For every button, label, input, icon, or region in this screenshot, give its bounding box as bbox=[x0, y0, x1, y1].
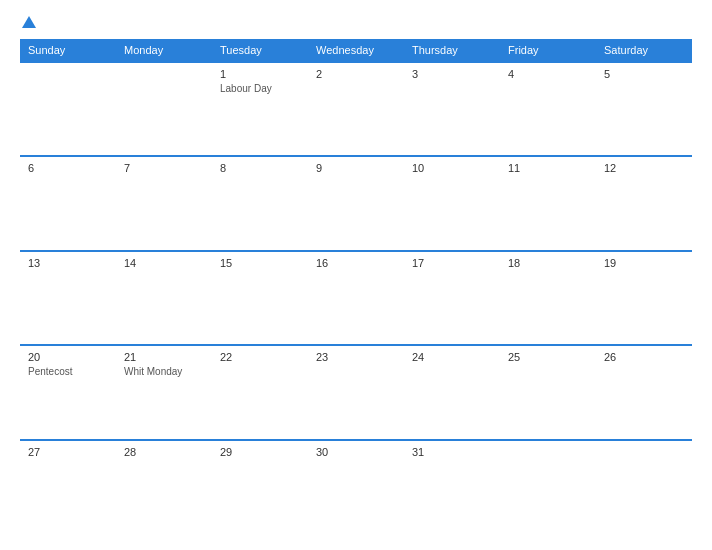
day-number: 15 bbox=[220, 257, 300, 269]
calendar-page: SundayMondayTuesdayWednesdayThursdayFrid… bbox=[0, 0, 712, 550]
calendar-week-row: 1Labour Day2345 bbox=[20, 62, 692, 156]
day-number: 14 bbox=[124, 257, 204, 269]
calendar-cell bbox=[20, 62, 116, 156]
day-number: 3 bbox=[412, 68, 492, 80]
calendar-table: SundayMondayTuesdayWednesdayThursdayFrid… bbox=[20, 39, 692, 534]
day-number: 31 bbox=[412, 446, 492, 458]
day-number: 13 bbox=[28, 257, 108, 269]
calendar-cell: 19 bbox=[596, 251, 692, 345]
column-header-saturday: Saturday bbox=[596, 39, 692, 62]
calendar-cell: 25 bbox=[500, 345, 596, 439]
calendar-week-row: 6789101112 bbox=[20, 156, 692, 250]
day-number: 16 bbox=[316, 257, 396, 269]
calendar-week-row: 2728293031 bbox=[20, 440, 692, 534]
calendar-cell: 30 bbox=[308, 440, 404, 534]
calendar-cell: 29 bbox=[212, 440, 308, 534]
calendar-cell bbox=[116, 62, 212, 156]
day-number: 29 bbox=[220, 446, 300, 458]
calendar-cell: 11 bbox=[500, 156, 596, 250]
calendar-cell: 22 bbox=[212, 345, 308, 439]
calendar-cell: 16 bbox=[308, 251, 404, 345]
calendar-week-row: 13141516171819 bbox=[20, 251, 692, 345]
day-number: 5 bbox=[604, 68, 684, 80]
calendar-cell bbox=[596, 440, 692, 534]
calendar-cell: 28 bbox=[116, 440, 212, 534]
calendar-cell: 18 bbox=[500, 251, 596, 345]
day-number: 21 bbox=[124, 351, 204, 363]
calendar-week-row: 20Pentecost21Whit Monday2223242526 bbox=[20, 345, 692, 439]
logo bbox=[20, 16, 36, 29]
day-number: 23 bbox=[316, 351, 396, 363]
day-number: 22 bbox=[220, 351, 300, 363]
column-header-friday: Friday bbox=[500, 39, 596, 62]
calendar-cell: 8 bbox=[212, 156, 308, 250]
holiday-name: Labour Day bbox=[220, 82, 300, 95]
calendar-cell: 2 bbox=[308, 62, 404, 156]
calendar-cell: 23 bbox=[308, 345, 404, 439]
calendar-cell: 27 bbox=[20, 440, 116, 534]
calendar-cell: 7 bbox=[116, 156, 212, 250]
day-number: 24 bbox=[412, 351, 492, 363]
day-number: 25 bbox=[508, 351, 588, 363]
calendar-cell: 13 bbox=[20, 251, 116, 345]
day-number: 12 bbox=[604, 162, 684, 174]
day-number: 19 bbox=[604, 257, 684, 269]
column-header-thursday: Thursday bbox=[404, 39, 500, 62]
day-number: 10 bbox=[412, 162, 492, 174]
day-number: 2 bbox=[316, 68, 396, 80]
calendar-cell: 14 bbox=[116, 251, 212, 345]
calendar-header-row: SundayMondayTuesdayWednesdayThursdayFrid… bbox=[20, 39, 692, 62]
calendar-cell bbox=[500, 440, 596, 534]
holiday-name: Whit Monday bbox=[124, 365, 204, 378]
day-number: 27 bbox=[28, 446, 108, 458]
day-number: 30 bbox=[316, 446, 396, 458]
column-header-tuesday: Tuesday bbox=[212, 39, 308, 62]
calendar-cell: 20Pentecost bbox=[20, 345, 116, 439]
column-header-sunday: Sunday bbox=[20, 39, 116, 62]
header bbox=[20, 16, 692, 29]
day-number: 4 bbox=[508, 68, 588, 80]
holiday-name: Pentecost bbox=[28, 365, 108, 378]
calendar-cell: 5 bbox=[596, 62, 692, 156]
calendar-cell: 24 bbox=[404, 345, 500, 439]
day-number: 20 bbox=[28, 351, 108, 363]
calendar-cell: 15 bbox=[212, 251, 308, 345]
day-number: 6 bbox=[28, 162, 108, 174]
day-number: 18 bbox=[508, 257, 588, 269]
calendar-cell: 1Labour Day bbox=[212, 62, 308, 156]
calendar-cell: 6 bbox=[20, 156, 116, 250]
calendar-cell: 10 bbox=[404, 156, 500, 250]
calendar-cell: 26 bbox=[596, 345, 692, 439]
day-number: 8 bbox=[220, 162, 300, 174]
day-number: 26 bbox=[604, 351, 684, 363]
calendar-cell: 12 bbox=[596, 156, 692, 250]
day-number: 28 bbox=[124, 446, 204, 458]
day-number: 11 bbox=[508, 162, 588, 174]
column-header-monday: Monday bbox=[116, 39, 212, 62]
logo-triangle-icon bbox=[22, 16, 36, 28]
day-number: 9 bbox=[316, 162, 396, 174]
column-header-wednesday: Wednesday bbox=[308, 39, 404, 62]
day-number: 1 bbox=[220, 68, 300, 80]
calendar-cell: 17 bbox=[404, 251, 500, 345]
day-number: 7 bbox=[124, 162, 204, 174]
calendar-cell: 9 bbox=[308, 156, 404, 250]
calendar-cell: 4 bbox=[500, 62, 596, 156]
day-number: 17 bbox=[412, 257, 492, 269]
calendar-cell: 31 bbox=[404, 440, 500, 534]
calendar-cell: 21Whit Monday bbox=[116, 345, 212, 439]
calendar-cell: 3 bbox=[404, 62, 500, 156]
